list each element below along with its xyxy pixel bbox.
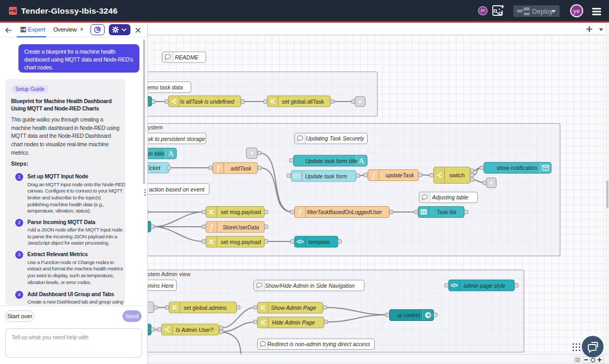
svg-text:action based on event: action based on event — [149, 186, 205, 193]
svg-text:Task list: Task list — [437, 209, 456, 215]
svg-text:Is allTask is undefined: Is allTask is undefined — [180, 98, 235, 105]
svg-text:README: README — [175, 54, 199, 60]
svg-text:Adjusting table: Adjusting table — [432, 194, 469, 200]
svg-text:ystem: ystem — [148, 124, 163, 130]
svg-text:show notification: show notification — [496, 165, 537, 171]
svg-text:filterTaskBasedOnLoggedUser: filterTaskBasedOnLoggedUser — [307, 209, 382, 215]
svg-text:Redirect is non-admin trying d: Redirect is non-admin trying direct acce… — [268, 341, 371, 347]
svg-text:Ticket: Ticket — [148, 165, 161, 171]
svg-text:switch: switch — [449, 172, 464, 178]
svg-text:</>: </> — [451, 282, 458, 288]
svg-text:Update task form: Update task form — [305, 173, 347, 179]
svg-text:Show Admin Page: Show Admin Page — [271, 305, 316, 311]
svg-text:emo task data: emo task data — [148, 84, 183, 90]
svg-text:StoreUserData: StoreUserData — [222, 224, 259, 230]
svg-text:Update task form title: Update task form title — [305, 158, 357, 164]
svg-text:Is Admin User?: Is Admin User? — [176, 327, 214, 333]
svg-text:Show/Hide Admin in Side Naviga: Show/Hide Admin in Side Navigation — [265, 282, 355, 289]
svg-text:updateTask: updateTask — [385, 172, 414, 178]
svg-text:template: template — [309, 239, 330, 245]
svg-text:A: A — [359, 157, 364, 165]
svg-text:mins Here: mins Here — [148, 282, 174, 289]
svg-text:sk to persistent storage: sk to persistent storage — [148, 136, 205, 142]
svg-text:A: A — [168, 149, 174, 158]
svg-text:stem Admin view: stem Admin view — [148, 271, 190, 277]
svg-text:Updating Task Securely: Updating Task Securely — [306, 135, 364, 141]
svg-text:set global.admins: set global.admins — [184, 305, 227, 311]
svg-text:Hide Admin Page: Hide Admin Page — [272, 319, 314, 326]
svg-text:</>: </> — [297, 239, 304, 245]
svg-text:ui control: ui control — [398, 312, 420, 318]
svg-text:set msg.payload: set msg.payload — [221, 239, 261, 245]
svg-text:m titile: m titile — [148, 150, 165, 157]
svg-text:admin page style: admin page style — [463, 282, 505, 289]
svg-text:set msg.payload: set msg.payload — [221, 209, 261, 215]
svg-text:set global.allTask: set global.allTask — [282, 98, 324, 105]
svg-text:addTask: addTask — [230, 165, 251, 171]
